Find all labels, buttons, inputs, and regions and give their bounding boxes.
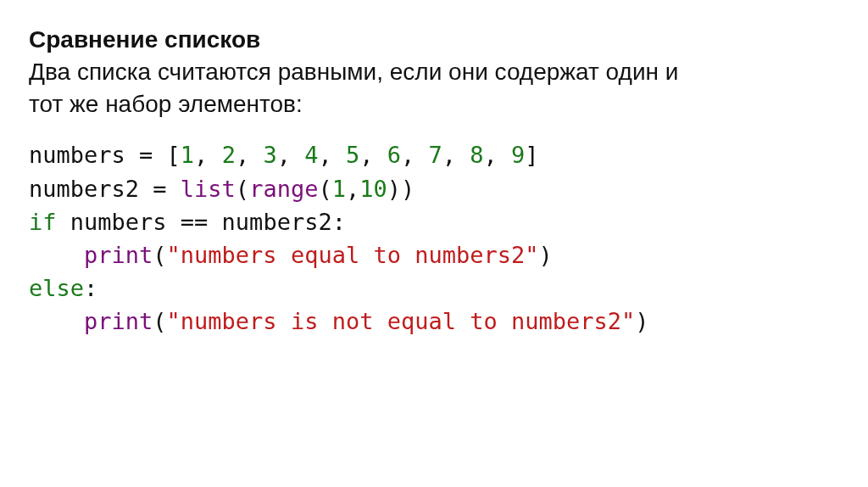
tok-string: "numbers is not equal to numbers2" bbox=[167, 308, 636, 334]
tok-builtin: print bbox=[84, 242, 153, 268]
heading-title: Сравнение списков bbox=[29, 26, 260, 53]
tok-bracket: [ bbox=[167, 142, 181, 168]
tok-op: == bbox=[167, 209, 222, 235]
tok-string: "numbers equal to numbers2" bbox=[167, 242, 539, 268]
tok-space bbox=[57, 209, 70, 235]
heading-block: Сравнение списков Два списка считаются р… bbox=[29, 24, 839, 120]
tok-colon: : bbox=[332, 209, 346, 235]
code-line-4: print("numbers equal to numbers2") bbox=[29, 242, 553, 268]
heading-desc-line2: тот же набор элементов: bbox=[29, 91, 303, 117]
code-line-1: numbers = [1, 2, 3, 4, 5, 6, 7, 8, 9] bbox=[29, 142, 539, 168]
tok-comma: , bbox=[359, 142, 387, 168]
tok-identifier: numbers bbox=[29, 142, 125, 168]
tok-paren: ( bbox=[153, 242, 166, 268]
tok-comma: , bbox=[346, 176, 359, 202]
tok-num: 3 bbox=[263, 142, 276, 168]
tok-identifier: numbers bbox=[70, 209, 167, 235]
heading-desc-line1: Два списка считаются равными, если они с… bbox=[29, 59, 678, 85]
tok-keyword: if bbox=[29, 209, 57, 235]
tok-num: 10 bbox=[359, 176, 387, 202]
tok-paren: ) bbox=[538, 242, 552, 268]
tok-num: 9 bbox=[511, 142, 525, 168]
tok-num: 8 bbox=[470, 142, 483, 168]
tok-num: 1 bbox=[181, 142, 194, 168]
tok-comma: , bbox=[277, 142, 305, 168]
tok-bracket: ] bbox=[525, 142, 538, 168]
code-line-2: numbers2 = list(range(1,10)) bbox=[29, 176, 415, 202]
tok-paren: ) bbox=[635, 308, 648, 334]
tok-num: 6 bbox=[387, 142, 401, 168]
tok-comma: , bbox=[484, 142, 512, 168]
tok-op: = bbox=[139, 176, 181, 202]
tok-identifier: numbers2 bbox=[29, 176, 139, 202]
tok-identifier: numbers2 bbox=[222, 209, 332, 235]
tok-num: 2 bbox=[222, 142, 236, 168]
tok-paren: ( bbox=[153, 308, 166, 334]
tok-comma: , bbox=[318, 142, 346, 168]
tok-colon: : bbox=[84, 275, 97, 301]
tok-op: = bbox=[125, 142, 167, 168]
tok-comma: , bbox=[194, 142, 222, 168]
tok-keyword: else bbox=[29, 275, 84, 301]
tok-num: 4 bbox=[304, 142, 318, 168]
tok-num: 7 bbox=[429, 142, 442, 168]
tok-indent bbox=[29, 242, 84, 268]
code-line-3: if numbers == numbers2: bbox=[29, 209, 346, 235]
tok-indent bbox=[29, 308, 84, 334]
tok-builtin: range bbox=[249, 176, 318, 202]
tok-paren: ) bbox=[387, 176, 401, 202]
tok-paren: ( bbox=[318, 176, 331, 202]
code-block: numbers = [1, 2, 3, 4, 5, 6, 7, 8, 9] nu… bbox=[29, 138, 839, 338]
code-line-5: else: bbox=[29, 275, 97, 301]
tok-num: 5 bbox=[346, 142, 359, 168]
tok-builtin: list bbox=[181, 176, 236, 202]
tok-paren: ) bbox=[401, 176, 415, 202]
tok-comma: , bbox=[401, 142, 429, 168]
tok-comma: , bbox=[442, 142, 470, 168]
tok-num: 1 bbox=[332, 176, 346, 202]
code-line-6: print("numbers is not equal to numbers2"… bbox=[29, 308, 649, 334]
tok-paren: ( bbox=[236, 176, 249, 202]
slide: Сравнение списков Два списка считаются р… bbox=[0, 0, 868, 361]
tok-builtin: print bbox=[84, 308, 153, 334]
tok-comma: , bbox=[236, 142, 264, 168]
